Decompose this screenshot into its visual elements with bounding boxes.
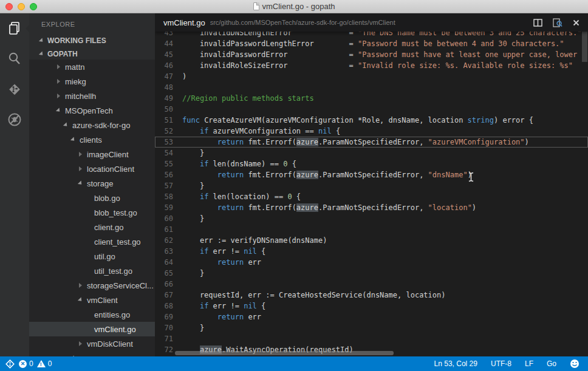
minimize-window-button[interactable] <box>18 3 25 10</box>
chevron-collapsed-icon[interactable] <box>57 64 65 69</box>
activitybar-item-debug[interactable] <box>0 104 29 135</box>
tree-item-storageServiceCl...[interactable]: storageServiceCl... <box>29 278 155 293</box>
tab-file-path: src/github.com/MSOpenTech/azure-sdk-for-… <box>210 19 395 26</box>
line-number: 48 <box>155 82 173 93</box>
code-line[interactable]: 57 } <box>155 180 588 191</box>
line-number: 61 <box>155 224 173 235</box>
code-line[interactable]: 63 if err != nil { <box>155 246 588 257</box>
tree-item-miekg[interactable]: miekg <box>29 74 155 89</box>
twistie <box>79 152 82 157</box>
chevron-collapsed-icon[interactable] <box>79 283 87 288</box>
chevron-collapsed-icon[interactable] <box>79 166 87 171</box>
code-line[interactable]: 61 <box>155 224 588 235</box>
line-number: 50 <box>155 104 173 115</box>
line-number: 54 <box>155 148 173 158</box>
code-text: if err != nil { <box>173 246 588 257</box>
activitybar-item-git[interactable] <box>0 74 29 104</box>
code-line[interactable]: 71 <box>155 333 588 344</box>
chevron-collapsed-icon[interactable] <box>57 94 65 98</box>
chevron-collapsed-icon[interactable] <box>57 79 65 84</box>
encoding-indicator[interactable]: UTF-8 <box>491 359 511 368</box>
tree-item-mitchellh[interactable]: mitchellh <box>29 89 155 103</box>
line-number: 45 <box>155 49 173 60</box>
preview-search-icon[interactable] <box>553 18 562 27</box>
word-occurrence-highlight: azure <box>296 203 318 212</box>
language-mode[interactable]: Go <box>547 359 556 368</box>
code-line[interactable]: 51func CreateAzureVM(azureVMConfiguratio… <box>155 115 588 126</box>
errors-icon[interactable]: ✕ <box>19 360 27 368</box>
tree-item-storage[interactable]: storage <box>29 176 155 191</box>
close-window-button[interactable] <box>5 3 13 10</box>
warnings-icon[interactable] <box>37 360 46 367</box>
code-line-current[interactable]: 53 return fmt.Errorf(azure.ParamNotSpeci… <box>155 137 588 148</box>
code-line[interactable]: 66 <box>155 279 588 290</box>
tree-item-blob.go[interactable]: blob.go <box>29 191 155 205</box>
code-area[interactable]: 43 invalidDNSLengthError = "The DNS name… <box>155 32 588 356</box>
eol-indicator[interactable]: LF <box>525 359 533 368</box>
code-line[interactable]: 69 return err <box>155 311 588 322</box>
chevron-collapsed-icon[interactable] <box>79 341 87 346</box>
chevron-expanded-icon[interactable] <box>79 298 87 302</box>
section-gopath[interactable]: GOPATH <box>29 47 155 61</box>
tree-item-client.go[interactable]: client.go <box>29 220 155 234</box>
code-line[interactable]: 47) <box>155 71 588 82</box>
code-line[interactable]: 68 if err != nil { <box>155 301 588 311</box>
code-line[interactable]: 70 } <box>155 322 588 333</box>
tree-item-imageClient[interactable]: imageClient <box>29 147 155 162</box>
tree-item-label: clients <box>80 135 102 145</box>
code-line[interactable]: 56 return fmt.Errorf(azure.ParamNotSpeci… <box>155 169 588 180</box>
feedback-smiley-icon[interactable] <box>570 359 579 369</box>
tree-item-MSOpenTech[interactable]: MSOpenTech <box>29 103 155 118</box>
code-line[interactable]: 46 invalidRoleSizeError = "Invalid role … <box>155 60 588 71</box>
tree-item-client_test.go[interactable]: client_test.go <box>29 234 155 249</box>
code-line[interactable]: 52 if azureVMConfiguration == nil { <box>155 126 588 137</box>
tree-item-vmClient.go[interactable]: vmClient.go <box>29 322 155 336</box>
code-line[interactable]: 64 return err <box>155 257 588 268</box>
tree-item-util.go[interactable]: util.go <box>29 249 155 264</box>
code-line[interactable]: 49//Region public methods starts <box>155 93 588 104</box>
code-line[interactable]: 62 err := verifyDNSname(dnsName) <box>155 235 588 246</box>
tree-item-blob_test.go[interactable]: blob_test.go <box>29 205 155 220</box>
horizontal-scrollbar[interactable] <box>175 351 394 355</box>
code-line[interactable]: 55 if len(dnsName) == 0 { <box>155 158 588 169</box>
code-line[interactable]: 59 return fmt.Errorf(azure.ParamNotSpeci… <box>155 202 588 213</box>
code-line[interactable]: 58 if len(location) == 0 { <box>155 191 588 202</box>
tab-filename[interactable]: vmClient.go <box>163 18 205 27</box>
code-line[interactable]: 67 requestId, err := CreateHostedService… <box>155 290 588 301</box>
code-line[interactable]: 60 } <box>155 213 588 224</box>
code-line[interactable]: 50 <box>155 104 588 115</box>
tree-item-entities.go[interactable]: entities.go <box>29 307 155 322</box>
tree-item-clients[interactable]: clients <box>29 132 155 147</box>
tree-item-azure-sdk-for-go[interactable]: azure-sdk-for-go <box>29 118 155 132</box>
tree-item-locationClient[interactable]: locationClient <box>29 162 155 176</box>
error-count[interactable]: 0 <box>29 359 33 368</box>
code-line[interactable]: 65 } <box>155 268 588 279</box>
git-status-icon[interactable] <box>5 359 15 369</box>
zoom-window-button[interactable] <box>30 3 37 10</box>
tree-item-core[interactable]: core <box>29 351 155 356</box>
tree-item-mattn[interactable]: mattn <box>29 60 155 74</box>
chevron-expanded-icon[interactable] <box>72 137 80 142</box>
chevron-collapsed-icon[interactable] <box>79 152 87 157</box>
code-line[interactable]: 54 } <box>155 148 588 158</box>
chevron-expanded-icon[interactable] <box>57 108 65 113</box>
split-editor-icon[interactable] <box>533 19 542 27</box>
tree-item-util_test.go[interactable]: util_test.go <box>29 264 155 278</box>
code-line[interactable]: 43 invalidDNSLengthError = "The DNS name… <box>155 32 588 38</box>
chevron-expanded-icon[interactable] <box>64 123 72 128</box>
close-icon[interactable] <box>573 19 579 26</box>
warning-count[interactable]: 0 <box>48 359 52 368</box>
line-number: 68 <box>155 301 173 311</box>
code-line[interactable]: 44 invalidPasswordLengthError = "Passwor… <box>155 38 588 49</box>
mouse-ibeam-cursor <box>468 172 474 182</box>
activitybar-item-search[interactable] <box>0 44 29 74</box>
activitybar-item-explorer[interactable] <box>0 13 29 44</box>
code-text: } <box>173 148 588 158</box>
tree-item-vmClient[interactable]: vmClient <box>29 293 155 307</box>
code-line[interactable]: 48 <box>155 82 588 93</box>
section-working-files[interactable]: WORKING FILES <box>29 34 155 47</box>
tree-item-vmDiskClient[interactable]: vmDiskClient <box>29 336 155 351</box>
code-line[interactable]: 45 invalidPasswordError = "Password must… <box>155 49 588 60</box>
chevron-expanded-icon[interactable] <box>79 181 87 186</box>
cursor-position[interactable]: Ln 53, Col 29 <box>434 359 477 368</box>
